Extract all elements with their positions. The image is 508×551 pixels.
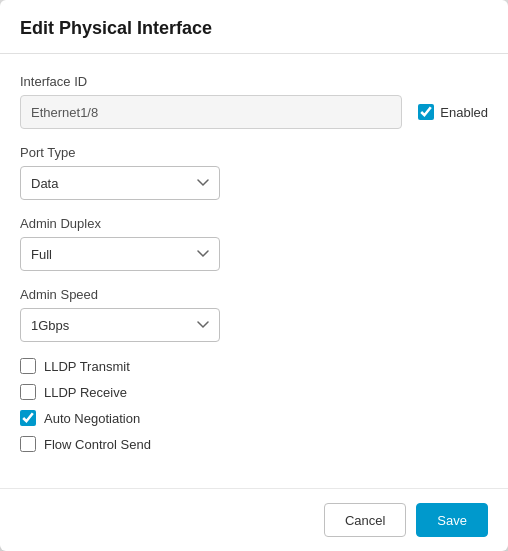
interface-id-row: Enabled bbox=[20, 95, 488, 129]
enabled-checkbox[interactable] bbox=[418, 104, 434, 120]
lldp-receive-item[interactable]: LLDP Receive bbox=[20, 384, 488, 400]
auto-negotiation-checkbox[interactable] bbox=[20, 410, 36, 426]
lldp-receive-label[interactable]: LLDP Receive bbox=[44, 385, 127, 400]
lldp-transmit-item[interactable]: LLDP Transmit bbox=[20, 358, 488, 374]
admin-speed-group: Admin Speed 1Gbps 10Mbps 100Mbps 10Gbps … bbox=[20, 287, 488, 342]
admin-duplex-group: Admin Duplex Full Half Auto bbox=[20, 216, 488, 271]
interface-id-input[interactable] bbox=[20, 95, 402, 129]
enabled-row: Enabled bbox=[418, 104, 488, 120]
port-type-label: Port Type bbox=[20, 145, 488, 160]
lldp-transmit-checkbox[interactable] bbox=[20, 358, 36, 374]
enabled-label[interactable]: Enabled bbox=[440, 105, 488, 120]
port-type-group: Port Type Data Management HA Control bbox=[20, 145, 488, 200]
flow-control-send-label[interactable]: Flow Control Send bbox=[44, 437, 151, 452]
lldp-receive-checkbox[interactable] bbox=[20, 384, 36, 400]
dialog-footer: Cancel Save bbox=[0, 488, 508, 551]
edit-physical-interface-dialog: Edit Physical Interface Interface ID Ena… bbox=[0, 0, 508, 551]
dialog-body: Interface ID Enabled Port Type Data Mana… bbox=[0, 54, 508, 488]
dialog-header: Edit Physical Interface bbox=[0, 0, 508, 54]
cancel-button[interactable]: Cancel bbox=[324, 503, 406, 537]
lldp-transmit-label[interactable]: LLDP Transmit bbox=[44, 359, 130, 374]
admin-speed-label: Admin Speed bbox=[20, 287, 488, 302]
save-button[interactable]: Save bbox=[416, 503, 488, 537]
admin-duplex-label: Admin Duplex bbox=[20, 216, 488, 231]
flow-control-send-checkbox[interactable] bbox=[20, 436, 36, 452]
auto-negotiation-label[interactable]: Auto Negotiation bbox=[44, 411, 140, 426]
checkboxes-group: LLDP Transmit LLDP Receive Auto Negotiat… bbox=[20, 358, 488, 452]
port-type-select[interactable]: Data Management HA Control bbox=[20, 166, 220, 200]
dialog-title: Edit Physical Interface bbox=[20, 18, 488, 39]
admin-speed-select[interactable]: 1Gbps 10Mbps 100Mbps 10Gbps Auto bbox=[20, 308, 220, 342]
auto-negotiation-item[interactable]: Auto Negotiation bbox=[20, 410, 488, 426]
admin-duplex-select[interactable]: Full Half Auto bbox=[20, 237, 220, 271]
interface-id-label: Interface ID bbox=[20, 74, 488, 89]
interface-id-group: Interface ID Enabled bbox=[20, 74, 488, 129]
flow-control-send-item[interactable]: Flow Control Send bbox=[20, 436, 488, 452]
